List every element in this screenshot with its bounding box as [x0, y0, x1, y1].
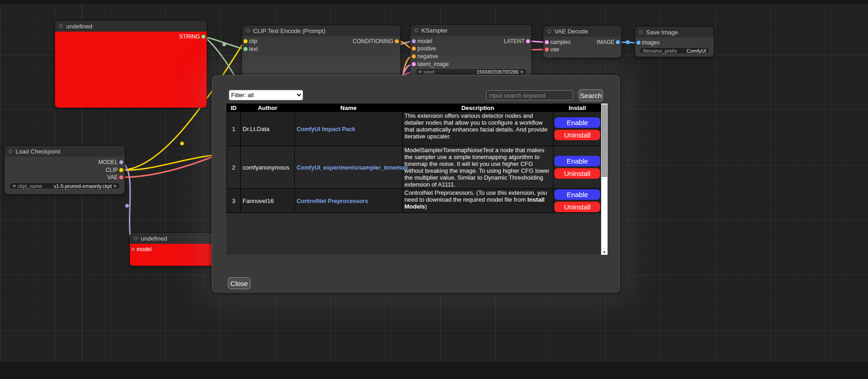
slot-label-model: model — [137, 246, 152, 253]
table-row: 3 Fannovel16 ControlNet Preprocessors Co… — [227, 189, 602, 213]
ckpt-name-widget[interactable]: ◀ ckpt_name v1-5-pruned-emaonly.ckpt ▶ — [9, 182, 120, 189]
input-dot-text[interactable] — [243, 47, 248, 51]
node-load-checkpoint-body[interactable]: MODEL CLIP VAE ◀ ckpt_name v1-5-pruned-e… — [5, 157, 125, 194]
uninstall-button[interactable]: Uninstall — [554, 202, 600, 212]
input-dot-images[interactable] — [636, 41, 641, 45]
output-dot-latent[interactable] — [526, 39, 530, 44]
input-dot-negative[interactable] — [412, 55, 416, 59]
cell-id: 1 — [227, 112, 241, 146]
input-dot-model[interactable] — [131, 247, 135, 252]
slot-label-text: text — [249, 46, 258, 52]
uninstall-button[interactable]: Uninstall — [554, 168, 600, 179]
decrement-arrow-icon[interactable]: ◀ — [418, 70, 421, 74]
comfyui-canvas[interactable]: undefined STRING CLIP Text Encode (Promp… — [0, 0, 868, 379]
node-vae-decode-body[interactable]: samples vae IMAGE — [543, 37, 621, 58]
node-load-checkpoint[interactable]: Load Checkpoint MODEL CLIP VAE ◀ ckpt_na… — [5, 146, 125, 194]
node-clip-text-encode-titlebar[interactable]: CLIP Text Encode (Prompt) — [242, 25, 400, 36]
cell-author: Dr.Lt.Data — [241, 112, 295, 146]
enable-button[interactable]: Enable — [554, 156, 600, 166]
uninstall-button[interactable]: Uninstall — [554, 130, 600, 140]
output-slot-model: MODEL — [5, 159, 125, 166]
node-save-image-body[interactable]: images filename_prefix ComfyUI — [635, 38, 714, 57]
scrollbar-thumb[interactable] — [602, 104, 607, 177]
extensions-table-container: ID Author Name Description Install 1 Dr.… — [227, 104, 608, 255]
filename-prefix-value[interactable]: ComfyUI — [686, 48, 706, 54]
scrollbar-down-button[interactable]: ▼ — [601, 249, 608, 255]
enable-button[interactable]: Enable — [554, 189, 600, 200]
node-vae-decode-titlebar[interactable]: VAE Decode — [543, 26, 621, 37]
slot-label-negative: negative — [417, 53, 438, 60]
increment-arrow-icon[interactable]: ▶ — [521, 70, 524, 74]
seed-widget-value[interactable]: 156680208700286 — [476, 69, 519, 75]
extension-link[interactable]: ComfyUI Impact Pack — [297, 126, 355, 132]
table-row: 1 Dr.Lt.Data ComfyUI Impact Pack This ex… — [227, 112, 602, 146]
node-undefined-bottom-titlebar[interactable]: undefined — [130, 233, 218, 244]
output-dot-conditioning[interactable] — [395, 39, 399, 44]
ckpt-name-value[interactable]: v1-5-pruned-emaonly.ckpt — [54, 183, 112, 189]
output-dot-string[interactable] — [201, 35, 205, 39]
prev-arrow-icon[interactable]: ◀ — [12, 184, 15, 188]
node-undefined-bottom-body[interactable]: model — [130, 244, 218, 266]
scroll-down-arrow-icon: ▼ — [603, 250, 606, 254]
slot-label-latent: LATENT — [504, 38, 525, 44]
close-button[interactable]: Close — [228, 277, 250, 289]
collapse-dot-icon[interactable] — [415, 28, 418, 32]
slot-label-conditioning: CONDITIONING — [353, 38, 393, 44]
slot-label-images: images — [642, 39, 660, 46]
input-dot-latent-image[interactable] — [412, 62, 416, 66]
collapse-dot-icon[interactable] — [9, 149, 12, 153]
extension-link[interactable]: ControlNet Preprocessors — [297, 198, 368, 204]
extension-link[interactable]: ComfyUI_experiments/sampler_tonemap — [297, 165, 408, 171]
cell-author: comfyanonymous — [241, 146, 295, 189]
search-button[interactable]: Search — [579, 89, 603, 101]
output-dot-vae[interactable] — [119, 176, 123, 180]
wire-midpoint-dot-string — [222, 43, 226, 46]
slot-label-model: MODEL — [98, 159, 118, 165]
cell-author: Fannovel16 — [241, 189, 295, 213]
collapse-dot-icon[interactable] — [547, 29, 551, 33]
search-input[interactable] — [486, 90, 573, 100]
header-name: Name — [295, 104, 403, 112]
input-dot-vae[interactable] — [545, 48, 549, 52]
output-dot-clip[interactable] — [119, 168, 123, 172]
collapse-dot-icon[interactable] — [59, 24, 63, 28]
output-dot-model[interactable] — [119, 160, 123, 165]
table-scrollbar[interactable]: ▼ — [601, 104, 608, 255]
node-undefined-top-body[interactable]: STRING — [55, 32, 207, 108]
filename-prefix-widget[interactable]: filename_prefix ComfyUI — [640, 47, 709, 54]
custom-nodes-manager-dialog: Filter: all Search ID Author Name Descri… — [212, 75, 620, 292]
node-title: Save Image — [646, 29, 678, 36]
node-save-image[interactable]: Save Image images filename_prefix ComfyU… — [635, 27, 714, 57]
input-slot-positive: positive — [410, 45, 531, 52]
description-text: This extension offers various detector n… — [404, 112, 547, 140]
node-save-image-titlebar[interactable]: Save Image — [635, 27, 714, 38]
wire-midpoint-dot-model — [125, 204, 129, 208]
node-undefined-top[interactable]: undefined STRING — [55, 21, 207, 108]
node-load-checkpoint-titlebar[interactable]: Load Checkpoint — [5, 146, 125, 157]
seed-widget[interactable]: ◀ seed 156680208700286 ▶ — [415, 68, 527, 75]
next-arrow-icon[interactable]: ▶ — [114, 184, 117, 188]
output-slot-conditioning: CONDITIONING — [242, 38, 400, 45]
output-dot-image[interactable] — [616, 40, 620, 44]
extensions-table: ID Author Name Description Install 1 Dr.… — [227, 104, 602, 213]
node-undefined-bottom[interactable]: undefined model — [130, 233, 218, 266]
input-dot-positive[interactable] — [412, 47, 416, 51]
description-text: ControlNet Preprocessors. (To use this e… — [404, 189, 547, 203]
node-ksampler-titlebar[interactable]: KSampler — [410, 25, 531, 36]
wire-string-to-hidden-node — [204, 37, 236, 79]
cell-id: 3 — [227, 189, 241, 213]
cell-id: 2 — [227, 146, 241, 189]
collapse-dot-icon[interactable] — [639, 30, 643, 34]
input-slot-model: model — [130, 246, 218, 253]
seed-widget-label: seed — [423, 69, 434, 75]
filter-select[interactable]: Filter: all — [229, 90, 303, 100]
input-slot-images: images — [635, 39, 714, 46]
collapse-dot-icon[interactable] — [134, 236, 138, 240]
collapse-dot-icon[interactable] — [246, 29, 250, 33]
filename-prefix-label: filename_prefix — [643, 48, 677, 54]
output-slot-latent: LATENT — [410, 38, 531, 45]
enable-button[interactable]: Enable — [554, 117, 600, 128]
node-vae-decode[interactable]: VAE Decode samples vae IMAGE — [543, 26, 621, 58]
slot-label-string: STRING — [179, 33, 200, 40]
node-undefined-top-titlebar[interactable]: undefined — [55, 21, 207, 32]
